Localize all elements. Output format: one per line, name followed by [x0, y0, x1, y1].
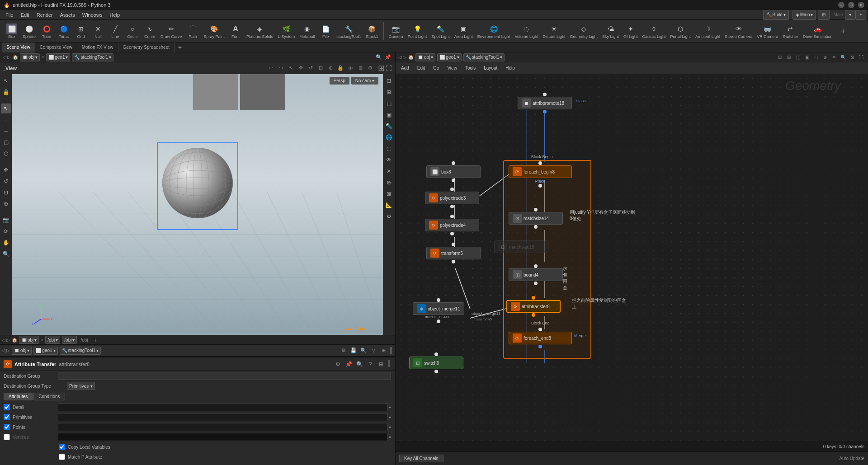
main-dropdown[interactable]: ◈Main▾ — [793, 10, 816, 20]
attr-detail-check[interactable] — [4, 404, 10, 410]
vp-stacking-dropdown[interactable]: 🔧stackingTool1▾ — [72, 53, 113, 61]
node-poly4-body[interactable]: ⟳ polyextrude4 — [425, 219, 479, 231]
tool-path[interactable]: ⌒Path — [185, 23, 201, 40]
vp-scale-icon[interactable]: ⊡ — [316, 64, 325, 72]
tool-portal-light[interactable]: ⬡Portal Light — [669, 23, 693, 40]
bottom-path-add[interactable]: + — [92, 336, 99, 343]
tool-orbit[interactable]: ⟳ — [1, 226, 11, 236]
bt-obj-dd[interactable]: 🔲obj▾ — [12, 347, 32, 355]
ng-icon9[interactable]: ⊠ — [848, 53, 856, 61]
tool-switcher[interactable]: ⇄Switcher — [781, 23, 800, 40]
tool-geometry-light[interactable]: ◇Geometry Light — [568, 23, 599, 40]
maximize-button[interactable]: □ — [848, 2, 854, 8]
vpr-tool10[interactable]: ⊕ — [384, 178, 394, 188]
node-polyextrude4[interactable]: ⟳ polyextrude4 — [425, 214, 479, 236]
node-switch6[interactable]: ⊡ switch6 — [409, 352, 463, 374]
match-p-check[interactable] — [59, 454, 65, 460]
ng-icon4[interactable]: ▣ — [803, 53, 811, 61]
vpr-tool1[interactable]: ⊡ — [384, 76, 394, 86]
bt-save[interactable]: 💾 — [349, 347, 358, 355]
vp-snap-icon[interactable]: ⊠ — [356, 64, 364, 72]
node-polyextrude3[interactable]: ⟳ polyextrude3 — [425, 187, 479, 209]
vpr-tool11[interactable]: ⊠ — [384, 189, 394, 199]
ng-layout-btn[interactable]: Layout — [480, 65, 501, 71]
tool-line[interactable]: ╱Line — [107, 23, 123, 40]
attr-pin-icon[interactable]: 📌 — [344, 360, 353, 369]
attr-search-icon[interactable]: 🔍 — [355, 360, 364, 369]
minimize-button[interactable]: − — [838, 2, 844, 8]
tool-box[interactable]: ⬜Box — [4, 23, 20, 40]
tool-area-light[interactable]: ▣Area Light — [453, 23, 475, 40]
tool-select[interactable]: ↖ — [1, 76, 11, 86]
bottom-obj3-dropdown[interactable]: /obj▾ — [62, 336, 77, 344]
attr-detail-arrow[interactable]: ▾ — [389, 405, 391, 410]
node-transform5[interactable]: ⟳ transform5 — [426, 242, 481, 264]
attr-help-icon[interactable]: ? — [366, 360, 375, 369]
ng-icon7[interactable]: ✕ — [830, 53, 838, 61]
persp-button[interactable]: Persp — [330, 77, 349, 85]
menu-render[interactable]: Render — [33, 11, 57, 19]
main-expand[interactable]: ⊞ — [818, 10, 830, 20]
main-menu-expand[interactable]: ▾ — [845, 10, 855, 20]
ng-tools-btn[interactable]: Tools — [462, 65, 479, 71]
vp-search-icon[interactable]: 🔍 — [375, 53, 383, 61]
attr-points-arrow[interactable]: ▾ — [389, 425, 391, 430]
vp-rotate-icon[interactable]: ↺ — [307, 64, 315, 72]
tool-distant-light[interactable]: ☀Distant Light — [541, 23, 567, 40]
ng-obj-dd[interactable]: 🔲obj▾ — [415, 53, 435, 61]
ng-view-btn[interactable]: View — [443, 65, 461, 71]
close-button[interactable]: × — [858, 2, 864, 8]
shelf-add[interactable]: + — [838, 27, 848, 35]
node-match14-body[interactable]: ⊡ matchsize14 — [509, 212, 563, 225]
vp-pin-icon[interactable]: 📌 — [384, 53, 392, 61]
key-all-channels-btn[interactable]: Key All Channels — [399, 455, 443, 462]
menu-windows[interactable]: Windows — [79, 11, 106, 19]
main-add[interactable]: + — [855, 10, 866, 20]
node-box8-body[interactable]: ⬜ box8 — [426, 165, 481, 178]
bt-settings[interactable]: ⚙ — [340, 347, 348, 355]
node-poly3-body[interactable]: ⟳ polyextrude3 — [425, 192, 479, 204]
ng-icon1[interactable]: ⊡ — [776, 53, 784, 61]
vp-expand-icon[interactable]: ⊞ — [378, 63, 385, 73]
vpr-tool5[interactable]: 🔦 — [384, 121, 394, 131]
attr-verts-input[interactable] — [58, 433, 388, 441]
vpr-tool13[interactable]: ⚙ — [384, 211, 394, 221]
bt-expand[interactable]: ⊞ — [379, 347, 387, 355]
viewport-scene[interactable]: ↖ 🔒 ↖ · ─ ▢ ⬡ ✥ ↺ ⊡ ⊕ 📷 ⟳ ✋ — [0, 74, 395, 335]
node-object-merge11[interactable]: ⊕ object_merge11 ../INPUT_PLACE... — [413, 298, 464, 324]
ng-stacking-dd[interactable]: 🔧stackingTool1▾ — [463, 53, 505, 61]
attr-prims-arrow[interactable]: ▾ — [389, 415, 391, 420]
attr-points-input[interactable] — [58, 423, 388, 431]
tab-attributes[interactable]: Attributes — [4, 393, 33, 400]
tool-ambient-light[interactable]: ☽Ambient Light — [693, 23, 722, 40]
tool-pan[interactable]: ✋ — [1, 238, 11, 248]
node-matchsize13[interactable]: ⊡ matchsize13 — [494, 240, 548, 253]
build-dropdown[interactable]: 🔨Build▾ — [763, 10, 789, 20]
tool-null[interactable]: ✕Null — [90, 23, 106, 40]
attr-verts-check[interactable] — [4, 434, 10, 440]
bottom-obj-dropdown[interactable]: 🔲obj▾ — [19, 336, 39, 344]
tab-geometry-spreadsheet[interactable]: Geometry Spreadsheet — [118, 42, 175, 52]
tab-scene-view[interactable]: Scene View — [2, 42, 35, 52]
vpr-tool8[interactable]: 👁 — [384, 155, 394, 165]
ng-go-btn[interactable]: Go — [429, 65, 443, 71]
attr-points-check[interactable] — [4, 424, 10, 430]
tool-stereo-camera[interactable]: 👁Stereo Camera — [723, 23, 754, 40]
attr-verts-arrow[interactable]: ▾ — [389, 435, 391, 440]
tool-transform[interactable]: ⊕ — [1, 199, 11, 209]
menu-assets[interactable]: Assets — [57, 11, 79, 19]
vpr-tool6[interactable]: 🌐 — [384, 132, 394, 142]
tool-env-light[interactable]: 🌐Environment Light — [476, 23, 512, 40]
tool-metaball[interactable]: ◉Metaball — [297, 23, 316, 40]
bottom-obj2-dropdown[interactable]: /obj▾ — [45, 336, 60, 344]
tool-translate[interactable]: ✥ — [1, 165, 11, 175]
vp-lock-icon[interactable]: 🔒 — [336, 64, 344, 72]
vpr-tool12[interactable]: 📐 — [384, 200, 394, 210]
tool-camera[interactable]: 📷Camera — [387, 23, 405, 40]
vp-icon2[interactable]: ↪ — [277, 64, 285, 72]
node-graph[interactable]: Geometry — [396, 74, 868, 442]
attr-expand-icon[interactable]: ⊞ — [377, 360, 386, 369]
vp-transform-icon[interactable]: ⊕ — [326, 64, 335, 72]
tool-face[interactable]: ▢ — [1, 137, 11, 147]
tool-caustic-light[interactable]: ◊Caustic Light — [641, 23, 668, 40]
